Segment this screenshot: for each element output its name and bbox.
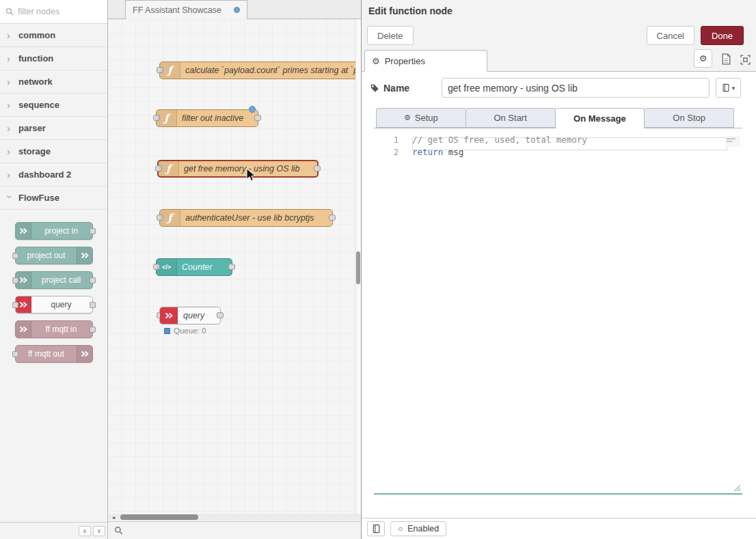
canvas-vertical-scrollbar[interactable]: [355, 19, 361, 514]
chevron-right-icon: ›: [7, 123, 12, 133]
node-label: authenticateUser - use lib bcryptjs: [160, 213, 321, 223]
output-port[interactable]: [217, 312, 224, 318]
node-get-free-memory[interactable]: ƒ get free memory - using OS lib: [157, 160, 319, 178]
node-authenticate-user[interactable]: ƒ authenticateUser - use lib bcryptjs: [159, 209, 333, 227]
tray-header: Edit function node Delete Cancel Done ⚙ …: [362, 0, 756, 72]
collapse-categories-button[interactable]: ∧: [79, 526, 91, 536]
tab-properties[interactable]: ⚙ Properties: [364, 50, 487, 72]
palette-node-label: ff mqtt out: [16, 349, 77, 359]
palette-node-label: project call: [31, 275, 92, 285]
chevron-right-icon: ›: [7, 77, 12, 87]
palette-category-function[interactable]: › function: [0, 47, 107, 70]
expand-categories-button[interactable]: ∨: [93, 526, 105, 536]
output-port[interactable]: [90, 277, 96, 284]
node-settings-button[interactable]: ⚙: [694, 49, 712, 68]
input-port[interactable]: [12, 253, 18, 259]
output-port[interactable]: [329, 215, 336, 221]
palette-node-ff-mqtt-in[interactable]: ff mqtt in: [15, 320, 93, 338]
palette-node-query[interactable]: query: [15, 296, 93, 314]
done-button[interactable]: Done: [701, 26, 744, 45]
vertical-scroll-thumb[interactable]: [356, 251, 360, 284]
tab-setup[interactable]: ⚙ Setup: [376, 108, 466, 128]
category-label: parser: [18, 123, 46, 133]
chevron-right-icon: ›: [7, 146, 12, 156]
tab-on-message[interactable]: On Message: [556, 108, 645, 128]
cancel-button[interactable]: Cancel: [647, 26, 694, 45]
expand-editor-icon[interactable]: [740, 55, 751, 65]
flowfuse-icon: [77, 247, 92, 264]
output-port[interactable]: [314, 165, 321, 171]
palette-category-sequence[interactable]: › sequence: [0, 94, 107, 117]
chevron-right-icon: ›: [7, 100, 12, 110]
code-line: 1 // get OS free, used, total memory: [374, 134, 742, 146]
name-label: Name: [383, 83, 409, 94]
tab-on-start[interactable]: On Start: [466, 108, 556, 128]
tab-label: Setup: [415, 113, 438, 123]
search-icon: [5, 8, 14, 16]
horizontal-scroll-thumb[interactable]: [120, 514, 198, 520]
chevron-down-icon: ›: [5, 195, 15, 201]
docs-icon[interactable]: [721, 53, 731, 65]
palette-node-label: project in: [31, 226, 92, 236]
palette-category-common[interactable]: › common: [0, 24, 107, 47]
editor-resize-grip[interactable]: [733, 484, 741, 492]
palette-node-project-call[interactable]: project call: [15, 271, 93, 289]
palette-node-ff-mqtt-out[interactable]: ff mqtt out: [15, 345, 93, 363]
editor-minimap[interactable]: [725, 136, 740, 147]
name-input[interactable]: [442, 78, 710, 98]
node-status-text: Queue: 0: [174, 327, 206, 335]
palette-category-parser[interactable]: › parser: [0, 117, 107, 140]
enabled-toggle[interactable]: ○ Enabled: [390, 521, 446, 536]
flow-tab[interactable]: FF Assistant Showcase: [125, 0, 247, 19]
palette-filter-input[interactable]: [18, 7, 93, 16]
node-calculate-primes[interactable]: ƒ calculate `payload.count` primes start…: [159, 61, 361, 79]
label-options-button[interactable]: ▾: [716, 78, 741, 98]
input-port[interactable]: [12, 277, 18, 284]
output-port[interactable]: [254, 115, 261, 121]
output-port[interactable]: [90, 228, 96, 234]
input-port[interactable]: [12, 351, 18, 357]
category-label: sequence: [18, 100, 59, 110]
canvas-horizontal-scrollbar[interactable]: ◄: [108, 514, 361, 521]
flow-tab-label: FF Assistant Showcase: [133, 5, 234, 15]
palette-search: [0, 0, 107, 24]
flow-canvas[interactable]: ƒ calculate `payload.count` primes start…: [108, 19, 361, 521]
category-label: FlowFuse: [18, 193, 59, 203]
palette-node-project-out[interactable]: project out: [15, 247, 93, 264]
magnifier-icon: [114, 526, 123, 535]
tag-icon: [370, 83, 379, 95]
tab-on-stop[interactable]: On Stop: [645, 108, 734, 128]
palette-category-storage[interactable]: › storage: [0, 140, 107, 163]
category-label: storage: [18, 146, 51, 156]
enabled-label: Enabled: [407, 524, 439, 534]
navigator-button[interactable]: [112, 525, 124, 536]
input-port[interactable]: [12, 302, 18, 308]
output-port[interactable]: [90, 302, 96, 308]
output-port[interactable]: [228, 264, 235, 270]
flowfuse-icon: [16, 223, 31, 239]
scroll-left-icon[interactable]: ◄: [109, 514, 118, 521]
status-dot-icon: [164, 328, 170, 334]
node-query[interactable]: query: [159, 307, 221, 324]
gear-icon: ⚙: [372, 57, 380, 66]
palette-category-dashboard2[interactable]: › dashboard 2: [0, 163, 107, 186]
library-button[interactable]: [367, 521, 385, 536]
flow-modified-dot-icon: [234, 7, 240, 13]
node-counter[interactable]: </> Counter: [156, 258, 232, 276]
output-port[interactable]: [90, 327, 96, 333]
code-editor[interactable]: 1 // get OS free, used, total memory 2 r…: [374, 134, 742, 495]
palette-category-flowfuse[interactable]: › FlowFuse: [0, 186, 107, 210]
workspace: FF Assistant Showcase ƒ calculate `paylo…: [108, 0, 361, 539]
category-label: function: [18, 53, 53, 64]
node-status: Queue: 0: [164, 327, 206, 335]
workspace-footer: [108, 521, 361, 539]
function-editor-tabs: ⚙ Setup On Start On Message On Stop: [376, 108, 734, 128]
palette-category-network[interactable]: › network: [0, 70, 107, 94]
node-filter-out-inactive[interactable]: ƒ filter out inactive: [156, 109, 258, 127]
name-row: Name ▾: [362, 72, 756, 108]
palette-node-project-in[interactable]: project in: [15, 222, 93, 240]
flowfuse-icon: [16, 321, 31, 337]
chevron-right-icon: ›: [7, 169, 12, 180]
function-icon: ƒ: [157, 110, 177, 126]
delete-button[interactable]: Delete: [367, 26, 414, 45]
